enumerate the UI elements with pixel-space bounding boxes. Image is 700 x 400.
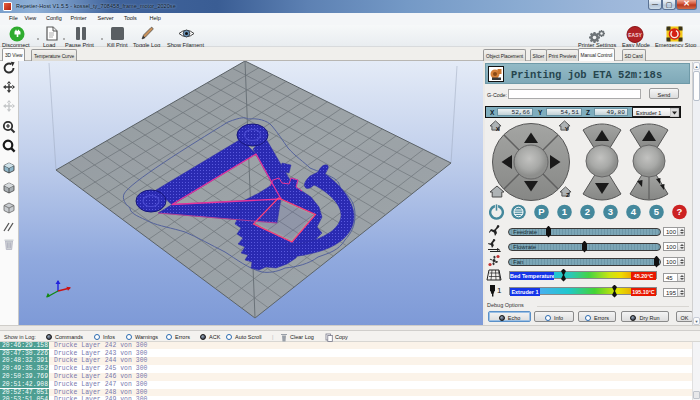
svg-text:?: ? — [677, 206, 683, 217]
svg-text:1: 1 — [562, 206, 568, 217]
svg-text:2: 2 — [585, 206, 590, 217]
svg-text:1: 1 — [497, 286, 502, 295]
svg-text:P: P — [538, 206, 545, 217]
svg-text:EASY: EASY — [628, 32, 642, 38]
svg-text:5: 5 — [654, 206, 660, 217]
svg-text:4: 4 — [631, 206, 637, 217]
svg-text:3: 3 — [608, 206, 613, 217]
